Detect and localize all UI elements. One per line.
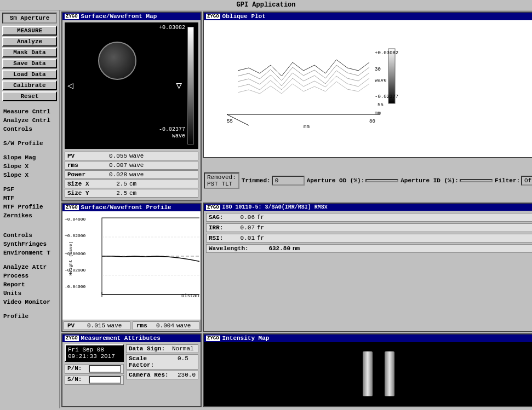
camera-res-value: 230.0: [178, 372, 196, 378]
svg-text:Distance (mm): Distance (mm): [181, 293, 199, 297]
power-value: 0.028: [100, 171, 127, 178]
iso-title: ISO 10110-5: 3/SAG(IRR/RSI) RMSx: [222, 204, 328, 210]
profile-rms-label: rms: [136, 322, 150, 329]
iso-sag-label: SAG:: [209, 214, 231, 221]
load-data-button[interactable]: Load Data: [2, 70, 57, 79]
measure-button[interactable]: MEASURE: [2, 26, 57, 36]
sn-label: S/N:: [67, 376, 87, 384]
iso-sag-unit: fr: [257, 214, 271, 221]
controls-item[interactable]: Controls: [2, 125, 57, 133]
profile-pv-unit: wave: [107, 322, 127, 329]
sizey-label: Size Y: [67, 190, 98, 197]
sidebar-title: Sm Aperture: [2, 13, 57, 24]
iso-sag-row: SAG: 0.06 fr: [206, 213, 532, 222]
surface-map-body: +0.03082 -0.02377 wave ◁ ▽ PV 0.055 wave: [62, 20, 201, 200]
slope-mag-item[interactable]: Slope Mag: [2, 154, 57, 161]
arrow-left-icon: ◁: [67, 79, 73, 91]
surface-map-title: Surface/Wavefront Map: [81, 13, 157, 20]
aperture-circle: [98, 42, 136, 80]
sw-profile-item[interactable]: S/W Profile: [2, 140, 57, 147]
psf-item[interactable]: PSF: [2, 186, 57, 193]
svg-text:+0.04000: +0.04000: [65, 217, 86, 222]
slope-x-item[interactable]: Slope X: [2, 163, 57, 170]
pv-value: 0.055: [100, 153, 127, 159]
pv-unit: wave: [129, 153, 151, 159]
oblique-titlebar: ZYGO Oblique Plot: [204, 13, 532, 20]
pn-row: P/N:: [65, 364, 124, 374]
synth-item[interactable]: SynthFringes: [2, 240, 57, 248]
svg-text:Height (wave): Height (wave): [68, 241, 73, 275]
intensity-titlebar: ZYGO Intensity Map: [204, 334, 532, 342]
save-data-button[interactable]: Save Data: [2, 59, 57, 68]
reset-button[interactable]: Reset: [2, 91, 57, 101]
trimmed-label: Trimmed:: [242, 177, 271, 184]
arrow-right-icon: ▽: [176, 79, 182, 91]
units-item[interactable]: Units: [2, 290, 57, 297]
rms-label: rms: [67, 162, 98, 169]
video-monitor-item[interactable]: Video Monitor: [2, 298, 57, 306]
intensity-slit-2: [385, 351, 394, 396]
pn-value[interactable]: [89, 365, 121, 373]
intensity-title: Intensity Map: [222, 335, 270, 342]
aperture-od-value: [365, 179, 398, 182]
analyze-button[interactable]: Analyze: [2, 37, 57, 47]
profile-item[interactable]: Profile: [2, 313, 57, 320]
aperture-od-container: Aperture OD (%):: [307, 177, 399, 184]
meas-right: Data Sign: Normal Scale Factor: 0.5 Came…: [126, 344, 198, 385]
measure-cntrl-item[interactable]: Measure Cntrl: [2, 108, 57, 116]
env-item[interactable]: Environment T: [2, 249, 57, 257]
zernikes-item[interactable]: Zernikes: [2, 212, 57, 220]
svg-text:wave: wave: [375, 78, 387, 83]
datetime-field: Fri Sep 08 09:21:33 2017: [65, 344, 124, 362]
analyze-attr-item[interactable]: Analyze Attr: [2, 263, 57, 271]
zygo-logo-intensity: ZYGO: [206, 336, 220, 341]
mask-data-button[interactable]: Mask Data: [2, 48, 57, 57]
main-content: ZYGO Surface/Wavefront Map +0.03082 -0.0…: [60, 10, 532, 408]
intensity-window: ZYGO Intensity Map: [203, 333, 532, 408]
oblique-plot-window: ZYGO Oblique Plot: [203, 11, 532, 158]
sizey-value: 2.5: [100, 190, 127, 197]
analyze-cntrl-item[interactable]: Analyze Cntrl: [2, 117, 57, 124]
meas-left: Fri Sep 08 09:21:33 2017 P/N: S/N:: [65, 344, 124, 385]
metric-rms: rms 0.007 wave: [65, 161, 198, 170]
camera-res-row: Camera Res: 230.0: [126, 371, 198, 379]
report-item[interactable]: Report: [2, 281, 57, 288]
scale-factor-value: 0.5: [178, 355, 196, 368]
calibrate-button[interactable]: Calibrate: [2, 80, 57, 90]
aperture-id-label: Aperture ID (%):: [401, 177, 459, 184]
metric-sizey: Size Y 2.5 cm: [65, 189, 198, 198]
status-bar: Removed: PST TLT Trimmed: 0 Aperture OD …: [203, 159, 532, 201]
metrics-table: PV 0.055 wave rms 0.007 wave Power 0.028…: [65, 151, 198, 198]
wavelength-unit: nm: [293, 245, 309, 252]
pn-label: P/N:: [67, 365, 87, 373]
mtf-profile-item[interactable]: MTF Profile: [2, 203, 57, 211]
sn-value[interactable]: [89, 376, 121, 384]
svg-text:80: 80: [369, 119, 375, 124]
sn-row: S/N:: [65, 375, 124, 385]
metric-sizex: Size X 2.5 cm: [65, 180, 198, 188]
oblique-title: Oblique Plot: [222, 13, 266, 20]
zygo-logo-iso: ZYGO: [206, 205, 220, 210]
measurement-titlebar: ZYGO Measurement Attributes: [62, 334, 201, 342]
rms-value: 0.007: [100, 162, 127, 169]
svg-text:55: 55: [377, 102, 384, 108]
measurement-body: Fri Sep 08 09:21:33 2017 P/N: S/N:: [62, 342, 201, 407]
filter-value: Off: [521, 176, 532, 186]
mtf-item[interactable]: MTF: [2, 194, 57, 202]
oblique-body: 55 mm 80 30: [204, 20, 532, 157]
process-item[interactable]: Process: [2, 272, 57, 280]
profile-rms-unit: wave: [176, 322, 196, 329]
slope-x2-item[interactable]: Slope X: [2, 171, 57, 179]
profile-body: +0.04000 +0.02000 +0.00000 -0.02000 -0.0…: [62, 211, 201, 320]
scale-unit-label: wave: [172, 133, 185, 139]
data-sign-label: Data Sign:: [129, 345, 170, 352]
iso-irr-unit: fr: [257, 224, 271, 231]
surface-wavefront-map: ZYGO Surface/Wavefront Map +0.03082 -0.0…: [61, 11, 202, 201]
rms-unit: wave: [129, 162, 151, 169]
controls3-item[interactable]: Controls: [2, 232, 57, 239]
profile-metrics: PV 0.015 wave rms 0.004 wave: [62, 320, 201, 331]
aperture-od-label: Aperture OD (%):: [307, 177, 365, 184]
removed-field: Removed: PST TLT: [204, 172, 239, 189]
iso-titlebar: ZYGO ISO 10110-5: 3/SAG(IRR/RSI) RMSx: [204, 204, 532, 211]
pv-label: PV: [67, 153, 98, 159]
